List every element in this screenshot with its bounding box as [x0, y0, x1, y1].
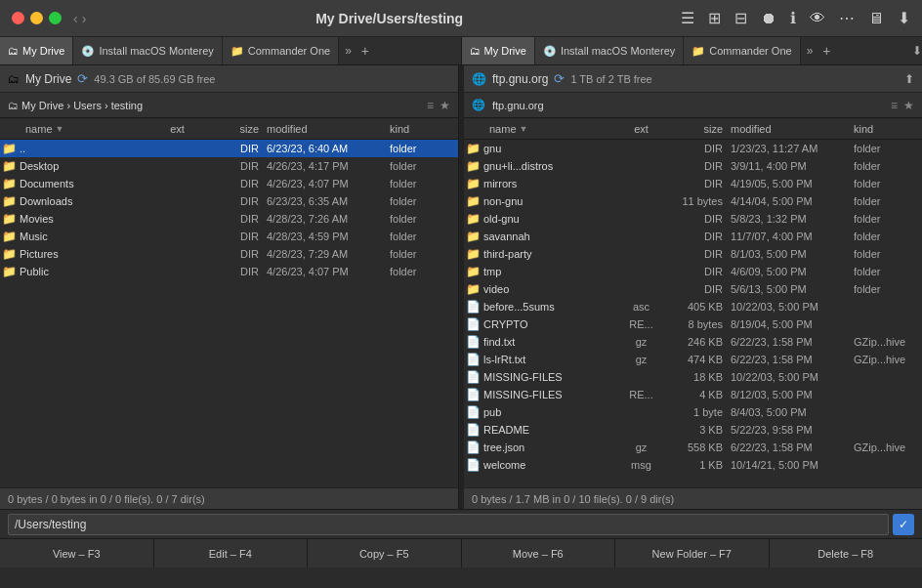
table-row[interactable]: 📁 old-gnu DIR 5/8/23, 1:32 PM folder	[464, 210, 922, 228]
table-row[interactable]: 📁 savannah DIR 11/7/07, 4:00 PM folder	[464, 228, 922, 245]
forward-arrow[interactable]: ›	[82, 12, 87, 25]
titlebar: ‹ › My Drive/Users/testing ☰ ⊞ ⊟ ⏺ ℹ 👁 ⋯…	[0, 0, 922, 37]
right-star-icon[interactable]: ★	[903, 99, 914, 112]
file-modified: 10/14/21, 5:00 PM	[727, 459, 854, 471]
right-panel: 🌐 ftp.gnu.org ⟳ 1 TB of 2 TB free ⬆ 🌐 ft…	[464, 65, 922, 509]
folder-icon: 📁	[0, 230, 18, 243]
folder-icon: 📄	[464, 423, 482, 437]
table-row[interactable]: 📄 MISSING-FILES 18 KB 10/22/03, 5:00 PM	[464, 368, 922, 386]
fn-key-2[interactable]: Copy – F5	[308, 539, 462, 567]
folder-icon: 📁	[0, 247, 18, 261]
grid-view-icon[interactable]: ⊟	[734, 9, 747, 27]
right-col-size-header[interactable]: size	[663, 123, 727, 135]
preview-icon[interactable]: 👁	[810, 10, 825, 27]
right-panel-refresh-icon[interactable]: ⟳	[554, 71, 565, 86]
file-modified: 6/22/23, 1:58 PM	[727, 354, 854, 365]
table-row[interactable]: 📁 .. DIR 6/23/23, 6:40 AM folder	[0, 140, 458, 157]
command-go-button[interactable]: ✓	[893, 514, 914, 535]
table-row[interactable]: 📁 mirrors DIR 4/19/05, 5:00 PM folder	[464, 175, 922, 192]
left-col-ext-header[interactable]: ext	[155, 123, 199, 135]
file-kind: GZip...hive	[854, 441, 922, 453]
right-tab-2[interactable]: 📁 Commander One	[684, 37, 800, 64]
left-tab-more[interactable]: »	[339, 40, 357, 62]
table-row[interactable]: 📁 Desktop DIR 4/26/23, 4:17 PM folder	[0, 157, 458, 175]
maximize-button[interactable]	[49, 12, 62, 24]
left-col-size-header[interactable]: size	[199, 123, 263, 135]
right-tab-0[interactable]: 🗂 My Drive	[462, 37, 535, 64]
command-input[interactable]	[8, 514, 889, 535]
table-row[interactable]: 📁 third-party DIR 8/1/03, 5:00 PM folder	[464, 245, 922, 263]
left-star-icon[interactable]: ★	[440, 99, 450, 112]
file-modified: 5/22/23, 9:58 PM	[727, 424, 854, 436]
table-row[interactable]: 📁 non-gnu 11 bytes 4/14/04, 5:00 PM fold…	[464, 192, 922, 210]
toggle-icon[interactable]: ⏺	[761, 10, 776, 27]
left-col-kind-header[interactable]: kind	[390, 123, 458, 135]
table-row[interactable]: 📁 gnu DIR 1/23/23, 11:27 AM folder	[464, 140, 922, 157]
table-row[interactable]: 📁 tmp DIR 4/6/09, 5:00 PM folder	[464, 263, 922, 280]
fn-key-5[interactable]: Delete – F8	[770, 539, 923, 567]
connect-icon[interactable]: 🖥	[868, 10, 884, 27]
file-ext: gz	[619, 354, 663, 365]
fn-key-4[interactable]: New Folder – F7	[615, 539, 770, 567]
list-view-icon[interactable]: ☰	[681, 9, 694, 27]
left-col-modified-header[interactable]: modified	[263, 123, 390, 135]
right-tab-add[interactable]: +	[822, 43, 830, 59]
right-file-list[interactable]: 📁 gnu DIR 1/23/23, 11:27 AM folder 📁 gnu…	[464, 140, 922, 487]
right-tab-1[interactable]: 💿 Install macOS Monterey	[535, 37, 684, 64]
fn-key-3[interactable]: Move – F6	[462, 539, 616, 567]
file-ext: msg	[619, 459, 663, 471]
table-row[interactable]: 📄 before...5sums asc 405 KB 10/22/03, 5:…	[464, 298, 922, 315]
table-row[interactable]: 📁 video DIR 5/6/13, 5:00 PM folder	[464, 280, 922, 298]
table-row[interactable]: 📁 Downloads DIR 6/23/23, 6:35 AM folder	[0, 192, 458, 210]
right-col-ext-header[interactable]: ext	[619, 123, 663, 135]
right-col-name-header[interactable]: name ▼	[482, 123, 619, 135]
left-tab-2[interactable]: 📁 Commander One	[223, 37, 339, 64]
right-col-modified-header[interactable]: modified	[727, 123, 854, 135]
table-row[interactable]: 📁 gnu+li...distros DIR 3/9/11, 4:00 PM f…	[464, 157, 922, 175]
tab-icon: 📁	[230, 45, 244, 58]
right-tab-more[interactable]: »	[801, 40, 819, 62]
file-modified: 8/19/04, 5:00 PM	[727, 318, 854, 330]
file-size: 3 KB	[663, 424, 727, 436]
back-arrow[interactable]: ‹	[73, 12, 78, 25]
table-row[interactable]: 📁 Pictures DIR 4/28/23, 7:29 AM folder	[0, 245, 458, 263]
right-panel-scroll[interactable]: ⬆	[904, 72, 914, 86]
tab-label: My Drive	[22, 45, 64, 57]
file-name: video	[482, 283, 619, 295]
table-row[interactable]: 📁 Music DIR 4/28/23, 4:59 PM folder	[0, 228, 458, 245]
fn-key-1[interactable]: Edit – F4	[154, 539, 309, 567]
file-name: Documents	[18, 178, 155, 189]
file-size: DIR	[199, 143, 263, 154]
close-button[interactable]	[12, 12, 24, 24]
sync-icon[interactable]: ⋯	[839, 9, 855, 27]
table-row[interactable]: 📄 ls-lrRt.txt gz 474 KB 6/22/23, 1:58 PM…	[464, 351, 922, 368]
table-row[interactable]: 📁 Movies DIR 4/28/23, 7:26 AM folder	[0, 210, 458, 228]
table-row[interactable]: 📄 find.txt gz 246 KB 6/22/23, 1:58 PM GZ…	[464, 333, 922, 351]
right-list-icon[interactable]: ≡	[891, 99, 898, 112]
table-row[interactable]: 📄 CRYPTO RE... 8 bytes 8/19/04, 5:00 PM	[464, 315, 922, 333]
file-modified: 10/22/03, 5:00 PM	[727, 301, 854, 313]
table-row[interactable]: 📄 welcome msg 1 KB 10/14/21, 5:00 PM	[464, 456, 922, 474]
file-size: 246 KB	[663, 336, 727, 348]
info-icon[interactable]: ℹ	[790, 9, 796, 27]
left-list-icon[interactable]: ≡	[427, 99, 434, 112]
left-tab-0[interactable]: 🗂 My Drive	[0, 37, 73, 64]
right-breadcrumb-icon: 🌐	[472, 99, 485, 111]
left-file-list[interactable]: 📁 .. DIR 6/23/23, 6:40 AM folder 📁 Deskt…	[0, 140, 458, 487]
table-row[interactable]: 📄 README 3 KB 5/22/23, 9:58 PM	[464, 421, 922, 439]
download-icon[interactable]: ⬇	[898, 9, 910, 27]
left-col-name-header[interactable]: name ▼	[18, 123, 155, 135]
table-row[interactable]: 📄 tree.json gz 558 KB 6/22/23, 1:58 PM G…	[464, 439, 922, 456]
column-view-icon[interactable]: ⊞	[708, 9, 721, 27]
left-panel-refresh-icon[interactable]: ⟳	[77, 71, 88, 86]
table-row[interactable]: 📄 pub 1 byte 8/4/03, 5:00 PM	[464, 403, 922, 421]
table-row[interactable]: 📄 MISSING-FILES RE... 4 KB 8/12/03, 5:00…	[464, 386, 922, 403]
right-col-kind-header[interactable]: kind	[854, 123, 922, 135]
right-scroll-btn[interactable]: ⬇	[912, 44, 922, 58]
table-row[interactable]: 📁 Documents DIR 4/26/23, 4:07 PM folder	[0, 175, 458, 192]
fn-key-0[interactable]: View – F3	[0, 539, 154, 567]
minimize-button[interactable]	[30, 12, 43, 24]
left-tab-1[interactable]: 💿 Install macOS Monterey	[73, 37, 222, 64]
table-row[interactable]: 📁 Public DIR 4/26/23, 4:07 PM folder	[0, 263, 458, 280]
left-tab-add[interactable]: +	[361, 43, 369, 59]
